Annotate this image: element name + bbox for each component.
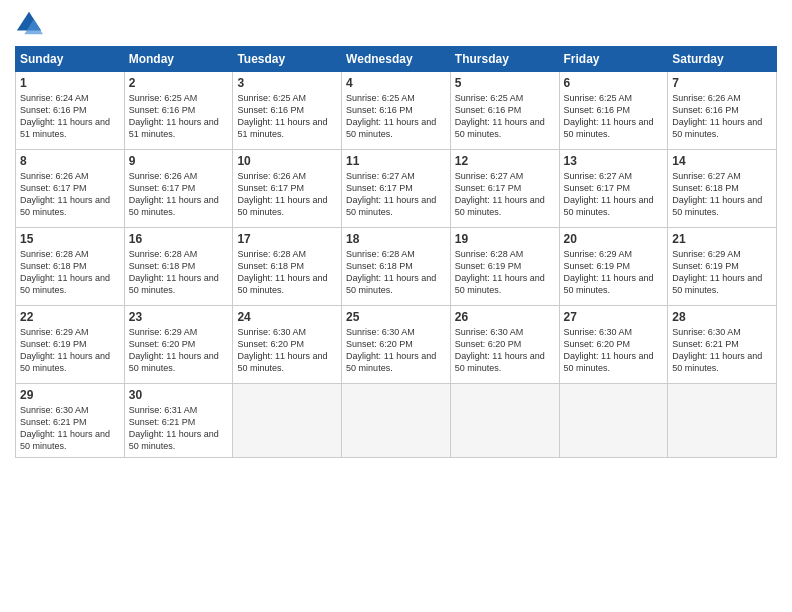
week-row-3: 15 Sunrise: 6:28 AMSunset: 6:18 PMDaylig…	[16, 228, 777, 306]
calendar-cell: 14 Sunrise: 6:27 AMSunset: 6:18 PMDaylig…	[668, 150, 777, 228]
day-info: Sunrise: 6:25 AMSunset: 6:16 PMDaylight:…	[129, 93, 219, 139]
calendar-header: SundayMondayTuesdayWednesdayThursdayFrid…	[16, 47, 777, 72]
header-row: SundayMondayTuesdayWednesdayThursdayFrid…	[16, 47, 777, 72]
day-number: 3	[237, 76, 337, 90]
day-number: 5	[455, 76, 555, 90]
week-row-4: 22 Sunrise: 6:29 AMSunset: 6:19 PMDaylig…	[16, 306, 777, 384]
day-number: 24	[237, 310, 337, 324]
day-number: 17	[237, 232, 337, 246]
calendar-cell: 17 Sunrise: 6:28 AMSunset: 6:18 PMDaylig…	[233, 228, 342, 306]
page: SundayMondayTuesdayWednesdayThursdayFrid…	[0, 0, 792, 612]
header	[15, 10, 777, 38]
header-tuesday: Tuesday	[233, 47, 342, 72]
day-info: Sunrise: 6:28 AMSunset: 6:18 PMDaylight:…	[237, 249, 327, 295]
calendar-cell: 2 Sunrise: 6:25 AMSunset: 6:16 PMDayligh…	[124, 72, 233, 150]
calendar-cell	[559, 384, 668, 458]
day-number: 16	[129, 232, 229, 246]
calendar-cell: 22 Sunrise: 6:29 AMSunset: 6:19 PMDaylig…	[16, 306, 125, 384]
header-thursday: Thursday	[450, 47, 559, 72]
day-info: Sunrise: 6:25 AMSunset: 6:16 PMDaylight:…	[564, 93, 654, 139]
day-number: 23	[129, 310, 229, 324]
calendar-cell: 24 Sunrise: 6:30 AMSunset: 6:20 PMDaylig…	[233, 306, 342, 384]
day-info: Sunrise: 6:27 AMSunset: 6:17 PMDaylight:…	[346, 171, 436, 217]
calendar-cell: 19 Sunrise: 6:28 AMSunset: 6:19 PMDaylig…	[450, 228, 559, 306]
day-info: Sunrise: 6:29 AMSunset: 6:19 PMDaylight:…	[672, 249, 762, 295]
day-info: Sunrise: 6:28 AMSunset: 6:18 PMDaylight:…	[129, 249, 219, 295]
day-number: 1	[20, 76, 120, 90]
header-friday: Friday	[559, 47, 668, 72]
calendar-cell: 6 Sunrise: 6:25 AMSunset: 6:16 PMDayligh…	[559, 72, 668, 150]
day-info: Sunrise: 6:30 AMSunset: 6:21 PMDaylight:…	[672, 327, 762, 373]
calendar-cell	[668, 384, 777, 458]
header-monday: Monday	[124, 47, 233, 72]
day-number: 15	[20, 232, 120, 246]
calendar-cell: 18 Sunrise: 6:28 AMSunset: 6:18 PMDaylig…	[342, 228, 451, 306]
calendar-cell: 9 Sunrise: 6:26 AMSunset: 6:17 PMDayligh…	[124, 150, 233, 228]
calendar-body: 1 Sunrise: 6:24 AMSunset: 6:16 PMDayligh…	[16, 72, 777, 458]
calendar: SundayMondayTuesdayWednesdayThursdayFrid…	[15, 46, 777, 458]
calendar-cell: 3 Sunrise: 6:25 AMSunset: 6:16 PMDayligh…	[233, 72, 342, 150]
week-row-1: 1 Sunrise: 6:24 AMSunset: 6:16 PMDayligh…	[16, 72, 777, 150]
day-info: Sunrise: 6:25 AMSunset: 6:16 PMDaylight:…	[455, 93, 545, 139]
header-saturday: Saturday	[668, 47, 777, 72]
calendar-cell: 21 Sunrise: 6:29 AMSunset: 6:19 PMDaylig…	[668, 228, 777, 306]
day-number: 2	[129, 76, 229, 90]
day-number: 22	[20, 310, 120, 324]
calendar-cell	[450, 384, 559, 458]
calendar-cell: 1 Sunrise: 6:24 AMSunset: 6:16 PMDayligh…	[16, 72, 125, 150]
calendar-cell: 12 Sunrise: 6:27 AMSunset: 6:17 PMDaylig…	[450, 150, 559, 228]
day-number: 6	[564, 76, 664, 90]
day-info: Sunrise: 6:28 AMSunset: 6:18 PMDaylight:…	[20, 249, 110, 295]
logo	[15, 10, 47, 38]
day-info: Sunrise: 6:27 AMSunset: 6:18 PMDaylight:…	[672, 171, 762, 217]
day-info: Sunrise: 6:25 AMSunset: 6:16 PMDaylight:…	[346, 93, 436, 139]
calendar-cell: 5 Sunrise: 6:25 AMSunset: 6:16 PMDayligh…	[450, 72, 559, 150]
calendar-cell: 11 Sunrise: 6:27 AMSunset: 6:17 PMDaylig…	[342, 150, 451, 228]
day-number: 29	[20, 388, 120, 402]
calendar-cell: 26 Sunrise: 6:30 AMSunset: 6:20 PMDaylig…	[450, 306, 559, 384]
day-number: 9	[129, 154, 229, 168]
week-row-2: 8 Sunrise: 6:26 AMSunset: 6:17 PMDayligh…	[16, 150, 777, 228]
day-number: 28	[672, 310, 772, 324]
header-sunday: Sunday	[16, 47, 125, 72]
header-wednesday: Wednesday	[342, 47, 451, 72]
calendar-cell: 15 Sunrise: 6:28 AMSunset: 6:18 PMDaylig…	[16, 228, 125, 306]
calendar-cell: 7 Sunrise: 6:26 AMSunset: 6:16 PMDayligh…	[668, 72, 777, 150]
day-info: Sunrise: 6:27 AMSunset: 6:17 PMDaylight:…	[564, 171, 654, 217]
day-info: Sunrise: 6:26 AMSunset: 6:17 PMDaylight:…	[237, 171, 327, 217]
day-number: 10	[237, 154, 337, 168]
day-info: Sunrise: 6:31 AMSunset: 6:21 PMDaylight:…	[129, 405, 219, 451]
calendar-cell	[233, 384, 342, 458]
day-number: 30	[129, 388, 229, 402]
day-number: 14	[672, 154, 772, 168]
week-row-5: 29 Sunrise: 6:30 AMSunset: 6:21 PMDaylig…	[16, 384, 777, 458]
calendar-cell: 25 Sunrise: 6:30 AMSunset: 6:20 PMDaylig…	[342, 306, 451, 384]
day-info: Sunrise: 6:30 AMSunset: 6:20 PMDaylight:…	[346, 327, 436, 373]
calendar-cell: 10 Sunrise: 6:26 AMSunset: 6:17 PMDaylig…	[233, 150, 342, 228]
calendar-cell: 27 Sunrise: 6:30 AMSunset: 6:20 PMDaylig…	[559, 306, 668, 384]
day-info: Sunrise: 6:28 AMSunset: 6:19 PMDaylight:…	[455, 249, 545, 295]
calendar-cell: 20 Sunrise: 6:29 AMSunset: 6:19 PMDaylig…	[559, 228, 668, 306]
day-info: Sunrise: 6:28 AMSunset: 6:18 PMDaylight:…	[346, 249, 436, 295]
day-number: 7	[672, 76, 772, 90]
day-info: Sunrise: 6:29 AMSunset: 6:19 PMDaylight:…	[20, 327, 110, 373]
calendar-cell	[342, 384, 451, 458]
logo-icon	[15, 10, 43, 38]
calendar-cell: 29 Sunrise: 6:30 AMSunset: 6:21 PMDaylig…	[16, 384, 125, 458]
calendar-cell: 4 Sunrise: 6:25 AMSunset: 6:16 PMDayligh…	[342, 72, 451, 150]
day-info: Sunrise: 6:26 AMSunset: 6:17 PMDaylight:…	[129, 171, 219, 217]
day-info: Sunrise: 6:27 AMSunset: 6:17 PMDaylight:…	[455, 171, 545, 217]
calendar-cell: 30 Sunrise: 6:31 AMSunset: 6:21 PMDaylig…	[124, 384, 233, 458]
day-info: Sunrise: 6:30 AMSunset: 6:20 PMDaylight:…	[564, 327, 654, 373]
day-info: Sunrise: 6:30 AMSunset: 6:20 PMDaylight:…	[237, 327, 327, 373]
day-number: 13	[564, 154, 664, 168]
day-info: Sunrise: 6:29 AMSunset: 6:20 PMDaylight:…	[129, 327, 219, 373]
day-number: 20	[564, 232, 664, 246]
day-number: 25	[346, 310, 446, 324]
day-number: 26	[455, 310, 555, 324]
calendar-cell: 8 Sunrise: 6:26 AMSunset: 6:17 PMDayligh…	[16, 150, 125, 228]
day-info: Sunrise: 6:26 AMSunset: 6:17 PMDaylight:…	[20, 171, 110, 217]
day-info: Sunrise: 6:24 AMSunset: 6:16 PMDaylight:…	[20, 93, 110, 139]
day-info: Sunrise: 6:30 AMSunset: 6:21 PMDaylight:…	[20, 405, 110, 451]
day-number: 18	[346, 232, 446, 246]
